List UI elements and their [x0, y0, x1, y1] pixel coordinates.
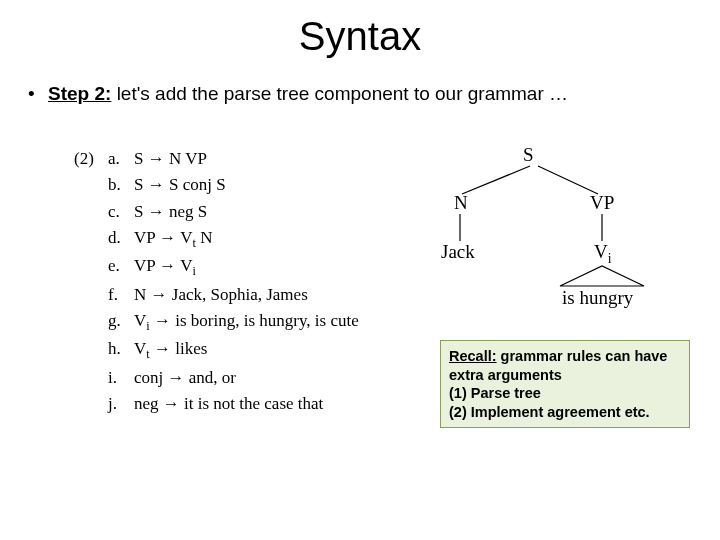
rule-body: S → neg S — [134, 199, 207, 225]
rule-letter: h. — [108, 336, 134, 364]
rule-number — [74, 282, 108, 308]
rule-number — [74, 225, 108, 253]
tree-node-VP: VP — [590, 192, 614, 214]
rule-number — [74, 199, 108, 225]
rule-letter: c. — [108, 199, 134, 225]
rule-body: neg → it is not the case that — [134, 391, 323, 417]
tree-node-N: N — [454, 192, 468, 214]
bullet-text: Step 2: let's add the parse tree compone… — [48, 83, 568, 105]
grammar-rule-c: c.S → neg S — [74, 199, 359, 225]
callout-line-2: (2) Implement agreement etc. — [449, 403, 681, 422]
grammar-rule-e: e.VP → Vi — [74, 253, 359, 281]
grammar-rule-d: d.VP → Vt N — [74, 225, 359, 253]
rule-number — [74, 336, 108, 364]
rule-letter: b. — [108, 172, 134, 198]
svg-line-1 — [538, 166, 598, 194]
grammar-rule-j: j.neg → it is not the case that — [74, 391, 359, 417]
step-label: Step 2: — [48, 83, 111, 104]
callout-line-intro: Recall: grammar rules can have extra arg… — [449, 347, 681, 384]
grammar-rule-g: g.Vi → is boring, is hungry, is cute — [74, 308, 359, 336]
grammar-rule-h: h.Vt → likes — [74, 336, 359, 364]
rule-number — [74, 253, 108, 281]
rule-letter: i. — [108, 365, 134, 391]
rule-number — [74, 172, 108, 198]
rule-letter: f. — [108, 282, 134, 308]
rule-letter: e. — [108, 253, 134, 281]
callout-line-1: (1) Parse tree — [449, 384, 681, 403]
step-rest: let's add the parse tree component to ou… — [111, 83, 568, 104]
rule-body: Vt → likes — [134, 336, 207, 364]
rule-body: S → N VP — [134, 146, 207, 172]
grammar-rules-block: (2)a.S → N VPb.S → S conj Sc.S → neg Sd.… — [74, 146, 359, 417]
rule-letter: d. — [108, 225, 134, 253]
tree-node-S: S — [523, 144, 534, 166]
parse-tree-diagram: S N VP Jack Vi is hungry — [410, 146, 660, 326]
rule-letter: a. — [108, 146, 134, 172]
rule-letter: j. — [108, 391, 134, 417]
rule-number: (2) — [74, 146, 108, 172]
rule-body: VP → Vt N — [134, 225, 213, 253]
svg-line-0 — [462, 166, 530, 194]
tree-leaf-is-hungry: is hungry — [562, 287, 633, 309]
step-bullet: • Step 2: let's add the parse tree compo… — [28, 83, 720, 105]
page-title: Syntax — [0, 14, 720, 59]
recall-callout: Recall: grammar rules can have extra arg… — [440, 340, 690, 428]
rule-number — [74, 308, 108, 336]
rule-body: Vi → is boring, is hungry, is cute — [134, 308, 359, 336]
rule-body: conj → and, or — [134, 365, 236, 391]
rule-body: VP → Vi — [134, 253, 196, 281]
tree-leaf-jack: Jack — [441, 241, 475, 263]
grammar-rule-a: (2)a.S → N VP — [74, 146, 359, 172]
grammar-rule-b: b.S → S conj S — [74, 172, 359, 198]
tree-node-Vi: Vi — [594, 241, 612, 267]
grammar-rule-i: i.conj → and, or — [74, 365, 359, 391]
rule-body: S → S conj S — [134, 172, 226, 198]
rule-letter: g. — [108, 308, 134, 336]
rule-number — [74, 365, 108, 391]
rule-body: N → Jack, Sophia, James — [134, 282, 308, 308]
rule-number — [74, 391, 108, 417]
grammar-rule-f: f.N → Jack, Sophia, James — [74, 282, 359, 308]
bullet-marker: • — [28, 83, 48, 105]
